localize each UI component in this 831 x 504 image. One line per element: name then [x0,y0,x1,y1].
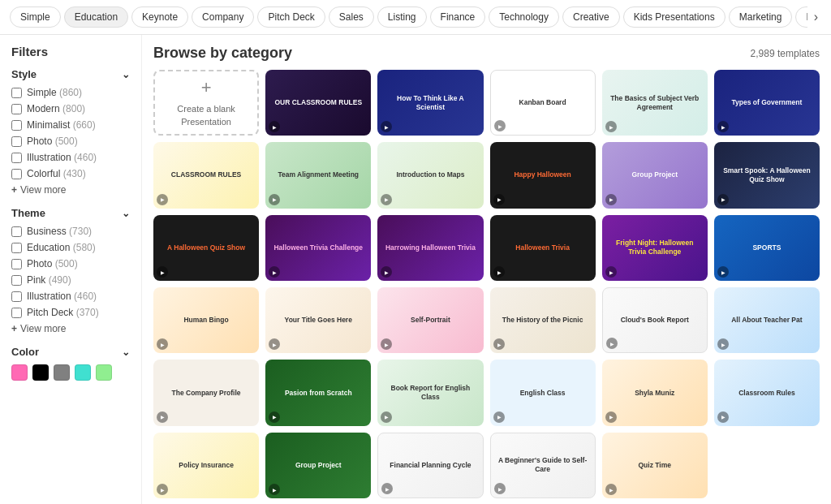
template-card[interactable]: Introduction to Maps ▶ [377,142,483,208]
style-filter-item[interactable]: Colorful (430) [11,168,130,179]
theme-filter-item[interactable]: Illustration (460) [11,291,130,302]
blank-template-card[interactable]: + Create a blankPresentation [153,70,259,136]
template-card[interactable]: Pasion from Scratch ▶ [265,360,371,425]
color-section-header[interactable]: Color ⌄ [11,346,130,358]
template-card[interactable]: A Halloween Quiz Show ▶ [153,215,259,281]
theme-filter-section: Theme ⌄ Business (730) Education (580) P… [11,207,130,334]
style-view-more[interactable]: View more [11,184,130,196]
category-tab-pitch-deck[interactable]: Pitch Deck [257,6,325,28]
template-card[interactable]: Your Title Goes Here ▶ [265,287,371,353]
template-card[interactable]: Happy Halloween ▶ [490,142,596,208]
theme-filter-item[interactable]: Education (580) [11,242,130,253]
style-filter-item[interactable]: Minimalist (660) [11,119,130,131]
style-chevron-icon: ⌄ [122,69,130,80]
template-card[interactable]: Self-Portrait ▶ [377,287,483,353]
category-tab-education[interactable]: Education [64,6,128,28]
grid-header: Browse by category 2,989 templates [153,45,820,62]
template-card[interactable]: The Basics of Subject Verb Agreement ▶ [602,70,708,136]
category-tab-company[interactable]: Company [192,6,254,28]
template-card[interactable]: Halloween Trivia Challenge ▶ [265,215,371,281]
template-card[interactable]: Cloud's Book Report ▶ [602,287,708,353]
template-card[interactable]: Harrowing Halloween Trivia ▶ [377,215,483,281]
color-chevron-icon: ⌄ [122,347,130,358]
template-card[interactable]: Team Alignment Meeting ▶ [265,142,371,208]
theme-section-header[interactable]: Theme ⌄ [11,207,130,219]
theme-filter-item[interactable]: Pitch Deck (370) [11,307,130,318]
template-count: 2,989 templates [751,48,820,59]
template-card[interactable]: Book Report for English Class ▶ [377,360,483,425]
filters-title: Filters [11,45,130,58]
color-swatch-0[interactable] [11,364,28,381]
template-card[interactable]: Quiz Time ▶ [602,433,708,498]
template-card[interactable]: OUR CLASSROOM RULES ▶ [265,70,371,136]
template-card[interactable]: Policy Insurance ▶ [153,433,259,498]
category-tab-finance[interactable]: Finance [430,6,486,28]
template-card[interactable]: The Company Profile ▶ [153,360,259,425]
category-tab-creative[interactable]: Creative [562,6,620,28]
color-swatch-4[interactable] [96,364,112,381]
category-tab-marketing[interactable]: Marketing [729,6,793,28]
category-tab-sales[interactable]: Sales [329,6,374,28]
category-tab-keynote[interactable]: Keynote [131,6,188,28]
blank-card-label: Create a blankPresentation [177,103,235,128]
template-card[interactable]: A Beginner's Guide to Self-Care ▶ [490,433,596,498]
template-card[interactable]: Financial Planning Cycle ▶ [377,433,483,498]
tab-scroll-arrow[interactable]: › [811,6,821,28]
template-card[interactable]: CLASSROOM RULES ▶ [153,142,259,208]
main-content: Filters Style ⌄ Simple (860) Modern (800… [0,35,831,504]
color-swatches [11,364,130,381]
template-card[interactable]: Classroom Rules ▶ [714,360,820,425]
template-card[interactable]: Halloween Trivia ▶ [490,215,596,281]
category-tab-kids-presentations[interactable]: Kids Presentations [623,6,726,28]
template-card[interactable]: How To Think Like A Scientist ▶ [377,70,483,136]
template-card[interactable]: Group Project ▶ [602,142,708,208]
theme-filter-item[interactable]: Business (730) [11,226,130,237]
style-filter-item[interactable]: Illustration (460) [11,152,130,163]
style-filter-item[interactable]: Simple (860) [11,87,130,98]
template-card[interactable]: Kanban Board ▶ [490,70,596,136]
style-label: Style [11,68,37,80]
category-tab-technology[interactable]: Technology [489,6,559,28]
template-card[interactable]: SPORTS ▶ [714,215,820,281]
theme-label: Theme [11,207,45,219]
color-label: Color [11,346,39,358]
color-filter-section: Color ⌄ [11,346,130,381]
grid-area: Browse by category 2,989 templates + Cre… [142,35,831,504]
page-title: Browse by category [153,45,292,62]
theme-chevron-icon: ⌄ [122,208,130,219]
templates-grid: + Create a blankPresentation OUR CLASSRO… [153,70,820,498]
template-card[interactable]: Smart Spook: A Halloween Quiz Show ▶ [714,142,820,208]
color-swatch-2[interactable] [54,364,70,381]
style-filter-section: Style ⌄ Simple (860) Modern (800) Minima… [11,68,130,196]
tabs-container: SimpleEducationKeynoteCompanyPitch DeckS… [10,6,807,28]
style-filter-item[interactable]: Modern (800) [11,103,130,114]
style-filter-item[interactable]: Photo (500) [11,136,130,147]
theme-view-more[interactable]: View more [11,323,130,334]
sidebar: Filters Style ⌄ Simple (860) Modern (800… [0,35,142,504]
template-card[interactable]: Fright Night: Halloween Trivia Challenge… [602,215,708,281]
template-card[interactable]: Types of Government ▶ [714,70,820,136]
template-card[interactable]: Human Bingo ▶ [153,287,259,353]
template-card[interactable]: English Class ▶ [490,360,596,425]
template-card[interactable]: Group Project ▶ [265,433,371,498]
style-items: Simple (860) Modern (800) Minimalist (66… [11,87,130,179]
category-tabs: SimpleEducationKeynoteCompanyPitch DeckS… [0,0,831,35]
plus-icon: + [201,77,212,98]
theme-items: Business (730) Education (580) Photo (50… [11,226,130,318]
template-card[interactable]: All About Teacher Pat ▶ [714,287,820,353]
category-tab-roadmap-presentations[interactable]: Roadmap Presentations [795,6,807,28]
color-swatch-3[interactable] [75,364,91,381]
theme-filter-item[interactable]: Pink (490) [11,274,130,286]
theme-filter-item[interactable]: Photo (500) [11,258,130,269]
template-card[interactable]: Shyla Muniz ▶ [602,360,708,425]
template-card[interactable]: The History of the Picnic ▶ [490,287,596,353]
category-tab-listing[interactable]: Listing [377,6,427,28]
category-tab-simple[interactable]: Simple [10,6,61,28]
color-swatch-1[interactable] [32,364,49,381]
style-section-header[interactable]: Style ⌄ [11,68,130,80]
app-container: SimpleEducationKeynoteCompanyPitch DeckS… [0,0,831,504]
